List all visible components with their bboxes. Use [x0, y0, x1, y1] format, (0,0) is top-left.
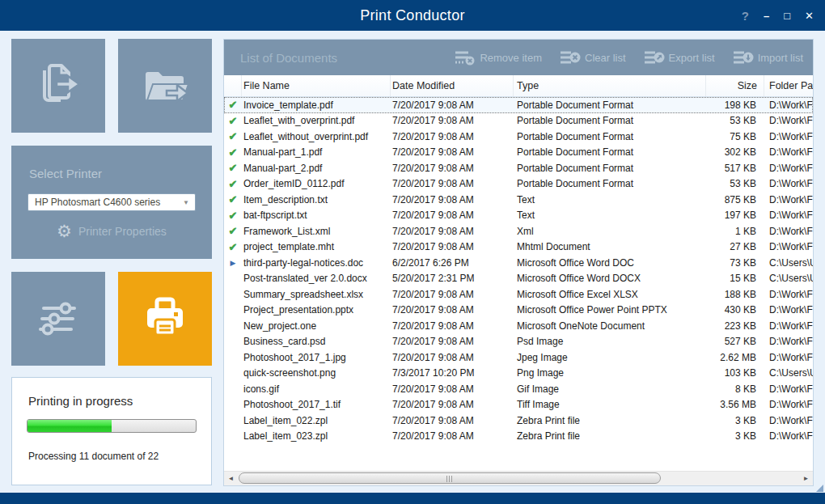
table-row[interactable]: ✔Item_description.txt7/20/2017 9:08 AMTe…	[224, 192, 813, 208]
cell-file-name: Invoice_template.pdf	[242, 100, 391, 111]
minimize-button[interactable]: –	[764, 11, 769, 21]
cell-file-name: Order_itemID_0112.pdf	[242, 178, 391, 189]
clear-list-label: Clear list	[585, 52, 626, 64]
table-row[interactable]: quick-screenshot.png7/3/2017 10:20 PMPng…	[224, 366, 813, 382]
column-file-name[interactable]: File Name	[242, 75, 391, 96]
cell-folder-path: D:\Work\F	[764, 100, 813, 111]
printer-properties-button[interactable]: ⚙ Printer Properties	[11, 222, 212, 239]
add-documents-button[interactable]	[11, 39, 105, 133]
titlebar[interactable]: Print Conductor ? – □ ✕	[0, 0, 825, 31]
progress-title: Printing in progress	[12, 378, 211, 408]
cell-date-modified: 7/20/2017 9:08 AM	[391, 226, 514, 237]
cell-date-modified: 7/20/2017 9:08 AM	[391, 194, 514, 205]
cell-date-modified: 7/20/2017 9:08 AM	[391, 100, 514, 111]
cell-file-name: Label_item_023.zpl	[242, 430, 391, 442]
row-status-cell: ✔	[224, 241, 242, 253]
cell-folder-path: C:\Users\U	[764, 367, 813, 379]
table-row[interactable]: Business_card.psd7/20/2017 9:08 AMPsd Im…	[224, 334, 813, 350]
table-row[interactable]: ✔Order_itemID_0112.pdf7/20/2017 9:08 AMP…	[224, 176, 813, 193]
cell-type: Portable Document Format	[514, 100, 706, 111]
scrollbar-thumb[interactable]	[239, 472, 661, 484]
cell-date-modified: 5/20/2017 2:31 PM	[391, 273, 514, 284]
cell-type: Portable Document Format	[514, 115, 706, 126]
cell-folder-path: C:\Users\U	[764, 257, 813, 269]
table-row[interactable]: Project_presentation.pptx7/20/2017 9:08 …	[224, 303, 813, 319]
document-list: ✔Invoice_template.pdf7/20/2017 9:08 AMPo…	[224, 97, 813, 471]
horizontal-scrollbar[interactable]: ◄ ►	[224, 471, 813, 485]
cell-date-modified: 7/20/2017 9:08 AM	[391, 352, 514, 363]
table-row[interactable]: ✔Manual-part_2.pdf7/20/2017 9:08 AMPorta…	[224, 160, 813, 176]
cell-date-modified: 7/20/2017 9:08 AM	[391, 304, 514, 316]
scroll-right-arrow[interactable]: ►	[799, 472, 813, 485]
table-row[interactable]: ✔Leaflet_without_overprint.pdf7/20/2017 …	[224, 129, 813, 145]
table-row[interactable]: New_project.one7/20/2017 9:08 AMMicrosof…	[224, 318, 813, 334]
check-icon: ✔	[229, 162, 238, 174]
cell-size: 223 KB	[706, 320, 764, 332]
cell-file-name: Framework_List.xml	[242, 226, 391, 237]
cell-type: Microsoft Office Excel XLSX	[514, 289, 706, 300]
table-row[interactable]: ✔Leaflet_with_overprint.pdf7/20/2017 9:0…	[224, 113, 813, 129]
cell-file-name: Summary_spreadsheet.xlsx	[242, 289, 391, 300]
cell-type: Portable Document Format	[514, 146, 706, 158]
import-list-button[interactable]: Import list	[733, 50, 803, 66]
export-list-button[interactable]: Export list	[644, 50, 715, 66]
print-button[interactable]	[118, 272, 212, 366]
cell-type: Zebra Print file	[514, 430, 706, 442]
cell-type: Text	[514, 210, 706, 221]
cell-size: 517 KB	[706, 163, 764, 174]
printer-select[interactable]: HP Photosmart C4600 series ▼	[28, 193, 196, 211]
cell-type: Microsoft Office Power Point PPTX	[514, 304, 706, 316]
cell-size: 103 KB	[706, 367, 764, 379]
cell-size: 15 KB	[706, 273, 764, 284]
cell-date-modified: 7/20/2017 9:08 AM	[391, 241, 514, 252]
table-row[interactable]: Label_item_023.zpl7/20/2017 9:08 AMZebra…	[224, 429, 813, 445]
check-icon: ✔	[229, 241, 238, 253]
row-status-cell: ✔	[224, 178, 242, 190]
cell-date-modified: 6/2/2017 6:26 PM	[391, 257, 514, 269]
add-folder-button[interactable]	[118, 39, 212, 133]
column-folder-path[interactable]: Folder Path	[764, 75, 813, 96]
import-list-icon	[733, 50, 754, 66]
table-row[interactable]: Photoshoot_2017_1.jpg7/20/2017 9:08 AMJp…	[224, 349, 813, 366]
column-date-modified[interactable]: Date Modified	[391, 75, 514, 96]
remove-item-button[interactable]: Remove item	[455, 50, 542, 66]
resize-grip[interactable]	[816, 485, 823, 492]
table-row[interactable]: Post-translated_ver 2.0.docx5/20/2017 2:…	[224, 271, 813, 287]
cell-file-name: quick-screenshot.png	[242, 367, 391, 379]
import-list-label: Import list	[758, 52, 803, 64]
cell-folder-path: D:\Work\F	[764, 210, 813, 221]
close-button[interactable]: ✕	[805, 11, 814, 21]
cell-file-name: Item_description.txt	[242, 194, 391, 205]
table-row[interactable]: ✔Invoice_template.pdf7/20/2017 9:08 AMPo…	[224, 97, 813, 113]
cell-folder-path: D:\Work\F	[764, 415, 813, 426]
cell-folder-path: C:\Users\U	[764, 273, 813, 284]
table-row[interactable]: Label_item_022.zpl7/20/2017 9:08 AMZebra…	[224, 413, 813, 429]
printer-icon	[139, 293, 191, 345]
scroll-left-arrow[interactable]: ◄	[224, 472, 238, 485]
table-row[interactable]: icons.gif7/20/2017 9:08 AMGif Image8 KBD…	[224, 381, 813, 397]
table-row[interactable]: ✔Manual-part_1.pdf7/20/2017 9:08 AMPorta…	[224, 145, 813, 161]
cell-type: Microsoft Office Word DOCX	[514, 273, 706, 284]
column-status[interactable]	[224, 75, 242, 96]
cell-file-name: Manual-part_2.pdf	[242, 163, 391, 174]
help-button[interactable]: ?	[742, 10, 749, 22]
table-row[interactable]: Photoshoot_2017_1.tif7/20/2017 9:08 AMTi…	[224, 397, 813, 413]
cell-type: Tiff Image	[514, 399, 706, 410]
table-row[interactable]: ✔project_template.mht7/20/2017 9:08 AMMh…	[224, 239, 813, 256]
table-row[interactable]: Summary_spreadsheet.xlsx7/20/2017 9:08 A…	[224, 286, 813, 303]
table-row[interactable]: ▶third-party-legal-notices.doc6/2/2017 6…	[224, 255, 813, 271]
column-type[interactable]: Type	[514, 75, 706, 96]
check-icon: ✔	[229, 146, 238, 159]
cell-folder-path: D:\Work\F	[764, 399, 813, 410]
window-controls: ? – □ ✕	[742, 0, 814, 31]
table-row[interactable]: ✔bat-ftpscript.txt7/20/2017 9:08 AMText1…	[224, 208, 813, 224]
maximize-button[interactable]: □	[784, 11, 790, 21]
cell-file-name: icons.gif	[242, 383, 391, 395]
cell-file-name: Project_presentation.pptx	[242, 304, 391, 316]
cell-date-modified: 7/20/2017 9:08 AM	[391, 289, 514, 300]
clear-list-button[interactable]: Clear list	[560, 50, 626, 66]
settings-button[interactable]	[11, 272, 105, 366]
cell-folder-path: D:\Work\F	[764, 352, 813, 363]
table-row[interactable]: ✔Framework_List.xml7/20/2017 9:08 AMXml1…	[224, 223, 813, 239]
column-size[interactable]: Size	[706, 75, 764, 96]
